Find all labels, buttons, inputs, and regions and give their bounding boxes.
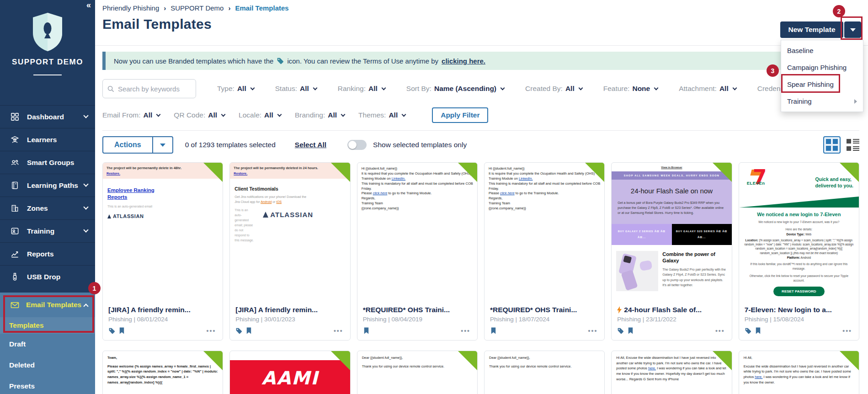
preview-heading: Client Testimonials	[234, 186, 345, 192]
sidebar-collapse-icon[interactable]: «	[86, 0, 91, 10]
filter-type[interactable]: Type:All	[217, 85, 254, 93]
preview-line: Hi {{student.full_name}}	[489, 166, 600, 171]
bookmark-icon[interactable]	[363, 327, 370, 335]
sidebar-item-usb-drop[interactable]: USB Drop	[0, 265, 95, 288]
template-title-text: *REQUIRED* OHS Traini...	[363, 306, 450, 314]
card-footer: [JIRA] A friendly remin... Phishing | 30…	[230, 300, 350, 340]
filter-qr-code[interactable]: QR Code:All	[174, 111, 225, 119]
filter-label: Ranking:	[338, 85, 366, 93]
template-card-7eleven[interactable]: 7 ELEVEn Quick and easy,delivered to you…	[739, 162, 859, 341]
template-card-row2-device-1[interactable]: Dear {{student.full_name}},Thank you for…	[357, 351, 478, 394]
sidebar-item-label: USB Drop	[27, 273, 60, 281]
actions-dropdown-button[interactable]	[152, 137, 172, 153]
filter-branding[interactable]: Branding:All	[295, 111, 345, 119]
filter-status[interactable]: Status:All	[275, 85, 317, 93]
bookmark-icon[interactable]	[490, 327, 497, 335]
breadcrumb-item[interactable]: SUPPORT Demo	[170, 4, 224, 12]
sidebar-subitem-templates[interactable]: Templates	[0, 317, 95, 334]
chevron-down-icon	[156, 112, 161, 117]
menu-item-training[interactable]: Training	[781, 93, 863, 110]
filter-themes[interactable]: Themes:All	[358, 111, 405, 119]
preview-line: This training is mandatory for all staff…	[362, 181, 473, 192]
template-preview: The project will be permanently deleted …	[230, 163, 350, 300]
template-card-ohs-2024[interactable]: Hi {{student.full_name}} It is require t…	[484, 162, 605, 341]
new-template-button[interactable]: New Template	[780, 21, 843, 38]
more-options-button[interactable]: •••	[842, 327, 853, 335]
chevron-down-icon	[654, 85, 659, 90]
breadcrumb-item[interactable]: Phriendly Phishing	[102, 4, 159, 12]
smart-groups-icon	[10, 158, 20, 167]
card-footer: 7-Eleven: New login to a... Phishing | 1…	[739, 300, 859, 340]
menu-item-campaign-phishing[interactable]: Campaign Phishing	[781, 59, 863, 76]
bookmark-icon[interactable]	[245, 327, 252, 335]
more-options-button[interactable]: •••	[207, 327, 218, 335]
more-options-button[interactable]: •••	[588, 327, 599, 335]
sidebar-item-dashboard[interactable]: Dashboard	[0, 105, 95, 128]
atlassian-mark-icon	[263, 212, 268, 218]
chevron-down-icon	[381, 85, 386, 90]
sidebar-item-smart-groups[interactable]: Smart Groups	[0, 151, 95, 174]
lightning-icon	[617, 306, 622, 314]
select-all-link[interactable]: Select All	[295, 141, 326, 149]
filter-value: All	[237, 85, 246, 93]
template-card-row2-aami[interactable]: AAMI	[229, 351, 350, 394]
restore-link: Restore.	[234, 171, 247, 176]
menu-item-spear-phishing[interactable]: Spear Phishing	[781, 76, 863, 93]
sidebar-item-zones[interactable]: Zones	[0, 197, 95, 219]
template-card-row2-car-1[interactable]: Hi All, Excuse the wide dissemination bu…	[611, 351, 732, 394]
breadcrumb: Phriendly Phishing › SUPPORT Demo › Emai…	[102, 4, 289, 12]
sidebar-menu: Dashboard Learners Smart Groups Learning…	[0, 105, 95, 288]
sidebar-item-email-templates[interactable]: Email Templates	[0, 293, 95, 317]
filter-feature[interactable]: Feature:None	[603, 85, 658, 93]
divider	[33, 75, 62, 75]
more-options-button[interactable]: •••	[334, 327, 345, 335]
search-box[interactable]	[102, 79, 196, 98]
filter-label: Email From:	[102, 111, 141, 119]
filter-attachment[interactable]: Attachment:All	[679, 85, 736, 93]
sidebar-subitem-presets[interactable]: Presets	[0, 376, 95, 394]
actions-button[interactable]: Actions	[103, 137, 152, 153]
bookmark-icon[interactable]	[627, 327, 634, 335]
sidebar-item-reports[interactable]: Reports	[0, 242, 95, 265]
filter-email-from[interactable]: Email From:All	[102, 111, 160, 119]
banner-terms-link[interactable]: clicking here.	[442, 57, 485, 65]
bookmark-icon[interactable]	[118, 327, 125, 335]
bookmark-icon[interactable]	[755, 327, 761, 335]
template-title-text: [JIRA] A friendly remin...	[108, 306, 191, 314]
click-here-link: click here	[500, 191, 515, 195]
template-card-ohs-2019[interactable]: Hi {{student.full_name}} It is required …	[357, 162, 478, 341]
filter-ranking[interactable]: Ranking:All	[338, 85, 385, 93]
sidebar-subitem-draft[interactable]: Draft	[0, 334, 95, 355]
template-card-row2-car-2[interactable]: Hi All,Excuse the wide dissemination but…	[739, 351, 859, 394]
grid-view-button[interactable]	[823, 136, 841, 154]
sidebar-item-learners[interactable]: Learners	[0, 128, 95, 151]
filter-created-by[interactable]: Created By:All	[525, 85, 582, 93]
menu-item-baseline[interactable]: Baseline	[781, 42, 863, 59]
filter-locale[interactable]: Locale:All	[239, 111, 281, 119]
filter-sort-by[interactable]: Sort By:Name (Ascending)	[406, 85, 504, 93]
template-card-row2-welcome[interactable]: Team,Please welcome {% assign names_arra…	[102, 351, 223, 394]
more-options-button[interactable]: •••	[461, 327, 472, 335]
show-selected-toggle[interactable]	[347, 140, 367, 150]
chevron-down-icon	[402, 112, 406, 117]
template-card-jira-24h[interactable]: The project will be permanently deleted …	[229, 162, 350, 341]
filter-credentials-cut[interactable]: Creden	[757, 85, 781, 93]
search-input[interactable]	[118, 85, 191, 93]
sidebar-item-training[interactable]: Training	[0, 219, 95, 242]
more-options-button[interactable]: •••	[715, 327, 726, 335]
list-view-button[interactable]	[847, 139, 859, 151]
template-card-flash-sale[interactable]: View in Browser SHOP ALL SAMSUNG WEEK DE…	[611, 162, 732, 341]
ios-link: iOS	[276, 200, 282, 203]
new-template-dropdown-button[interactable]	[844, 21, 861, 38]
apply-filter-button[interactable]: Apply Filter	[432, 107, 488, 123]
sidebar-item-learning-paths[interactable]: Learning Paths	[0, 174, 95, 197]
template-card-row2-device-2[interactable]: Dear {{student.full_name}},Thank you for…	[484, 351, 605, 394]
green-band	[739, 197, 859, 208]
filter-value: All	[300, 85, 309, 93]
sidebar-subitem-deleted[interactable]: Deleted	[0, 355, 95, 376]
filter-label: Type:	[217, 85, 234, 93]
preview-note: This is an auto-generated email	[107, 205, 218, 208]
actions-split-button[interactable]: Actions	[102, 136, 173, 154]
filter-label: Attachment:	[679, 85, 717, 93]
template-card-jira-48hr[interactable]: The project will be permenantly delete i…	[102, 162, 223, 341]
